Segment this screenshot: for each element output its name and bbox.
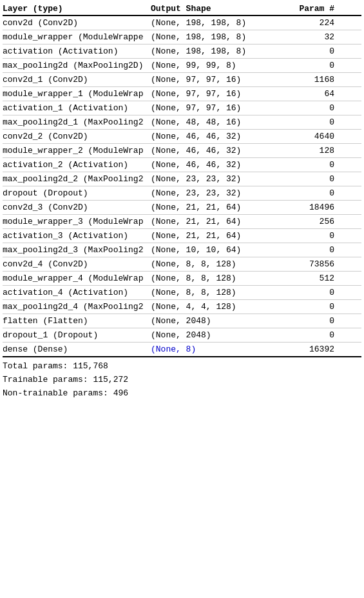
cell-param: 0 [270,103,334,113]
cell-layer: max_pooling2d_2 (MaxPooling2 [3,174,151,184]
header-shape: Output Shape [151,4,270,14]
model-summary-table: Layer (type) Output Shape Param # conv2d… [0,0,364,405]
cell-shape: (None, 4, 4, 128) [151,302,270,312]
table-row: module_wrapper_3 (ModuleWrap (None, 21, … [0,215,364,228]
table-header: Layer (type) Output Shape Param # [0,3,364,15]
table-row: conv2d_1 (Conv2D) (None, 97, 97, 16) 116… [0,73,364,86]
cell-layer: dense (Dense) [3,344,151,354]
cell-param: 224 [270,18,334,28]
total-params: Total params: 115,768 [3,360,361,374]
table-row: flatten (Flatten) (None, 2048) 0 [0,314,364,328]
table-row: activation_3 (Activation) (None, 21, 21,… [0,229,364,243]
cell-layer: dropout (Dropout) [3,188,151,198]
cell-param: 64 [270,89,334,99]
cell-layer: conv2d_1 (Conv2D) [3,75,151,85]
cell-param: 18496 [270,203,334,212]
table-row: module_wrapper_4 (ModuleWrap (None, 8, 8… [0,272,364,285]
cell-layer: module_wrapper_3 (ModuleWrap [3,217,151,226]
cell-shape: (None, 198, 198, 8) [151,46,270,56]
table-row: conv2d_3 (Conv2D) (None, 21, 21, 64) 184… [0,201,364,214]
cell-layer: conv2d_4 (Conv2D) [3,259,151,269]
table-row: module_wrapper (ModuleWrappe (None, 198,… [0,30,364,44]
cell-shape: (None, 8, 8, 128) [151,274,270,283]
table-row: conv2d (Conv2D) (None, 198, 198, 8) 224 [0,16,364,30]
cell-layer: max_pooling2d_4 (MaxPooling2 [3,302,151,312]
cell-layer: conv2d (Conv2D) [3,18,151,28]
cell-param: 0 [270,160,334,170]
table-row: dropout_1 (Dropout) (None, 2048) 0 [0,328,364,342]
cell-layer: module_wrapper (ModuleWrappe [3,32,151,42]
trainable-params: Trainable params: 115,272 [3,374,361,387]
cell-shape: (None, 97, 97, 16) [151,89,270,99]
cell-shape: (None, 21, 21, 64) [151,217,270,226]
cell-param: 4640 [270,132,334,141]
cell-shape: (None, 10, 10, 64) [151,245,270,255]
cell-layer: conv2d_2 (Conv2D) [3,132,151,141]
cell-param: 256 [270,217,334,226]
table-row: activation_2 (Activation) (None, 46, 46,… [0,158,364,172]
table-row: max_pooling2d_1 (MaxPooling2 (None, 48, … [0,115,364,129]
cell-param: 16392 [270,344,334,354]
table-row: conv2d_2 (Conv2D) (None, 46, 46, 32) 464… [0,130,364,143]
cell-shape: (None, 21, 21, 64) [151,203,270,212]
cell-shape: (None, 23, 23, 32) [151,174,270,184]
cell-layer: dropout_1 (Dropout) [3,330,151,340]
cell-shape: (None, 8) [151,344,270,354]
table-row: max_pooling2d_3 (MaxPooling2 (None, 10, … [0,243,364,257]
table-row: max_pooling2d_2 (MaxPooling2 (None, 23, … [0,172,364,186]
cell-layer: activation_4 (Activation) [3,288,151,297]
cell-shape: (None, 23, 23, 32) [151,188,270,198]
table-row: activation_1 (Activation) (None, 97, 97,… [0,101,364,115]
cell-param: 0 [270,316,334,326]
cell-layer: conv2d_3 (Conv2D) [3,203,151,212]
cell-layer: max_pooling2d_3 (MaxPooling2 [3,245,151,255]
cell-shape: (None, 2048) [151,330,270,340]
table-body: conv2d (Conv2D) (None, 198, 198, 8) 224 … [0,16,364,356]
cell-shape: (None, 8, 8, 128) [151,288,270,297]
table-row: dropout (Dropout) (None, 23, 23, 32) 0 [0,186,364,200]
cell-layer: activation_2 (Activation) [3,160,151,170]
cell-layer: activation_3 (Activation) [3,231,151,241]
cell-shape: (None, 198, 198, 8) [151,32,270,42]
cell-layer: module_wrapper_1 (ModuleWrap [3,89,151,99]
cell-param: 512 [270,274,334,283]
cell-layer: max_pooling2d (MaxPooling2D) [3,61,151,70]
cell-shape: (None, 46, 46, 32) [151,132,270,141]
cell-shape: (None, 198, 198, 8) [151,18,270,28]
cell-shape: (None, 2048) [151,316,270,326]
cell-param: 0 [270,61,334,70]
table-row: conv2d_4 (Conv2D) (None, 8, 8, 128) 7385… [0,257,364,271]
cell-shape: (None, 46, 46, 32) [151,146,270,155]
header-layer: Layer (type) [3,4,151,14]
cell-param: 0 [270,174,334,184]
cell-shape: (None, 21, 21, 64) [151,231,270,241]
cell-shape: (None, 97, 97, 16) [151,75,270,85]
cell-layer: max_pooling2d_1 (MaxPooling2 [3,117,151,127]
cell-shape: (None, 8, 8, 128) [151,259,270,269]
cell-shape: (None, 97, 97, 16) [151,103,270,113]
cell-param: 0 [270,302,334,312]
cell-param: 0 [270,117,334,127]
cell-shape: (None, 46, 46, 32) [151,160,270,170]
cell-param: 0 [270,288,334,297]
cell-shape: (None, 99, 99, 8) [151,61,270,70]
cell-layer: module_wrapper_2 (ModuleWrap [3,146,151,155]
cell-param: 73856 [270,259,334,269]
cell-param: 0 [270,330,334,340]
cell-param: 1168 [270,75,334,85]
table-row: activation (Activation) (None, 198, 198,… [0,45,364,58]
cell-layer: activation (Activation) [3,46,151,56]
footer: Total params: 115,768 Trainable params: … [0,357,364,403]
non-trainable-params: Non-trainable params: 496 [3,387,361,401]
cell-param: 0 [270,245,334,255]
table-row: activation_4 (Activation) (None, 8, 8, 1… [0,286,364,299]
table-row: module_wrapper_1 (ModuleWrap (None, 97, … [0,87,364,101]
cell-shape: (None, 48, 48, 16) [151,117,270,127]
cell-layer: module_wrapper_4 (ModuleWrap [3,274,151,283]
cell-layer: flatten (Flatten) [3,316,151,326]
header-param: Param # [270,4,334,14]
table-row: max_pooling2d_4 (MaxPooling2 (None, 4, 4… [0,300,364,314]
table-row: dense (Dense) (None, 8) 16392 [0,343,364,356]
cell-param: 0 [270,46,334,56]
cell-layer: activation_1 (Activation) [3,103,151,113]
